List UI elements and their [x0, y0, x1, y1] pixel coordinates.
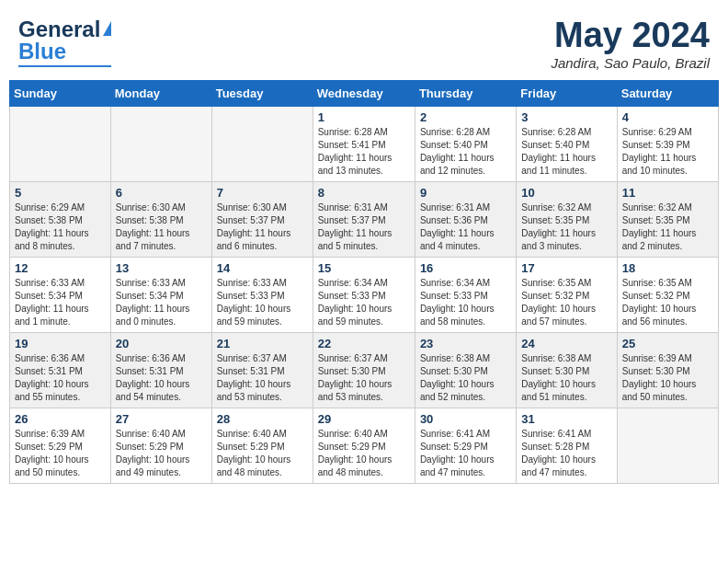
day-number: 31: [521, 412, 611, 426]
day-number: 15: [318, 261, 410, 275]
day-info: Sunrise: 6:40 AM Sunset: 5:29 PM Dayligh…: [318, 428, 410, 479]
day-info: Sunrise: 6:29 AM Sunset: 5:38 PM Dayligh…: [15, 201, 106, 253]
day-info: Sunrise: 6:32 AM Sunset: 5:35 PM Dayligh…: [622, 201, 713, 253]
day-info: Sunrise: 6:34 AM Sunset: 5:33 PM Dayligh…: [420, 277, 511, 328]
col-monday: Monday: [110, 80, 211, 106]
calendar-table: Sunday Monday Tuesday Wednesday Thursday…: [9, 80, 719, 484]
table-row: 4Sunrise: 6:29 AM Sunset: 5:39 PM Daylig…: [617, 106, 718, 181]
day-number: 16: [420, 261, 511, 275]
day-number: 29: [318, 412, 410, 426]
logo-underline: [18, 65, 111, 67]
table-row: 9Sunrise: 6:31 AM Sunset: 5:36 PM Daylig…: [415, 181, 516, 257]
day-info: Sunrise: 6:40 AM Sunset: 5:29 PM Dayligh…: [116, 428, 207, 479]
day-info: Sunrise: 6:40 AM Sunset: 5:29 PM Dayligh…: [217, 428, 308, 479]
table-row: 1Sunrise: 6:28 AM Sunset: 5:41 PM Daylig…: [313, 106, 415, 181]
day-number: 6: [116, 186, 207, 200]
day-number: 27: [116, 412, 207, 426]
day-info: Sunrise: 6:34 AM Sunset: 5:33 PM Dayligh…: [318, 277, 410, 328]
table-row: [211, 106, 313, 181]
day-number: 2: [420, 110, 511, 124]
day-number: 21: [217, 337, 308, 350]
logo: General Blue: [18, 17, 111, 67]
day-number: 1: [318, 110, 410, 124]
day-info: Sunrise: 6:38 AM Sunset: 5:30 PM Dayligh…: [420, 352, 511, 404]
calendar-week-row: 12Sunrise: 6:33 AM Sunset: 5:34 PM Dayli…: [10, 257, 719, 332]
day-number: 9: [420, 186, 511, 200]
day-number: 5: [15, 186, 106, 200]
day-info: Sunrise: 6:28 AM Sunset: 5:41 PM Dayligh…: [318, 126, 410, 178]
day-info: Sunrise: 6:39 AM Sunset: 5:29 PM Dayligh…: [15, 428, 106, 479]
day-number: 13: [116, 261, 207, 275]
day-info: Sunrise: 6:36 AM Sunset: 5:31 PM Dayligh…: [15, 352, 106, 404]
day-info: Sunrise: 6:28 AM Sunset: 5:40 PM Dayligh…: [521, 126, 611, 178]
table-row: 24Sunrise: 6:38 AM Sunset: 5:30 PM Dayli…: [517, 332, 617, 408]
col-saturday: Saturday: [617, 80, 718, 106]
calendar-header-row: Sunday Monday Tuesday Wednesday Thursday…: [10, 80, 719, 106]
table-row: 29Sunrise: 6:40 AM Sunset: 5:29 PM Dayli…: [313, 408, 415, 483]
day-number: 12: [15, 261, 106, 275]
day-number: 23: [420, 337, 511, 350]
logo-text-blue: Blue: [18, 39, 66, 64]
day-info: Sunrise: 6:37 AM Sunset: 5:30 PM Dayligh…: [318, 352, 410, 404]
title-area: May 2024 Jandira, Sao Paulo, Brazil: [551, 17, 710, 71]
day-number: 19: [15, 337, 106, 350]
table-row: 23Sunrise: 6:38 AM Sunset: 5:30 PM Dayli…: [415, 332, 516, 408]
day-info: Sunrise: 6:33 AM Sunset: 5:34 PM Dayligh…: [15, 277, 106, 328]
table-row: 11Sunrise: 6:32 AM Sunset: 5:35 PM Dayli…: [617, 181, 718, 257]
table-row: 2Sunrise: 6:28 AM Sunset: 5:40 PM Daylig…: [415, 106, 516, 181]
calendar-week-row: 19Sunrise: 6:36 AM Sunset: 5:31 PM Dayli…: [10, 332, 719, 408]
table-row: 19Sunrise: 6:36 AM Sunset: 5:31 PM Dayli…: [10, 332, 111, 408]
table-row: 20Sunrise: 6:36 AM Sunset: 5:31 PM Dayli…: [110, 332, 211, 408]
table-row: 17Sunrise: 6:35 AM Sunset: 5:32 PM Dayli…: [517, 257, 617, 332]
day-number: 4: [622, 110, 713, 124]
day-number: 17: [521, 261, 611, 275]
day-info: Sunrise: 6:30 AM Sunset: 5:37 PM Dayligh…: [217, 201, 308, 253]
table-row: 30Sunrise: 6:41 AM Sunset: 5:29 PM Dayli…: [415, 408, 516, 483]
table-row: 18Sunrise: 6:35 AM Sunset: 5:32 PM Dayli…: [617, 257, 718, 332]
col-wednesday: Wednesday: [313, 80, 415, 106]
day-info: Sunrise: 6:33 AM Sunset: 5:34 PM Dayligh…: [116, 277, 207, 328]
table-row: [10, 106, 111, 181]
calendar-week-row: 26Sunrise: 6:39 AM Sunset: 5:29 PM Dayli…: [10, 408, 719, 483]
day-number: 22: [318, 337, 410, 350]
day-info: Sunrise: 6:33 AM Sunset: 5:33 PM Dayligh…: [217, 277, 308, 328]
table-row: 7Sunrise: 6:30 AM Sunset: 5:37 PM Daylig…: [211, 181, 313, 257]
day-number: 25: [622, 337, 713, 350]
table-row: [617, 408, 718, 483]
month-title: May 2024: [551, 17, 710, 55]
day-info: Sunrise: 6:36 AM Sunset: 5:31 PM Dayligh…: [116, 352, 207, 404]
table-row: 21Sunrise: 6:37 AM Sunset: 5:31 PM Dayli…: [211, 332, 313, 408]
table-row: 3Sunrise: 6:28 AM Sunset: 5:40 PM Daylig…: [517, 106, 617, 181]
table-row: 14Sunrise: 6:33 AM Sunset: 5:33 PM Dayli…: [211, 257, 313, 332]
table-row: 6Sunrise: 6:30 AM Sunset: 5:38 PM Daylig…: [110, 181, 211, 257]
day-info: Sunrise: 6:37 AM Sunset: 5:31 PM Dayligh…: [217, 352, 308, 404]
day-info: Sunrise: 6:41 AM Sunset: 5:28 PM Dayligh…: [521, 428, 611, 479]
day-info: Sunrise: 6:29 AM Sunset: 5:39 PM Dayligh…: [622, 126, 713, 178]
day-info: Sunrise: 6:31 AM Sunset: 5:37 PM Dayligh…: [318, 201, 410, 253]
col-friday: Friday: [517, 80, 617, 106]
day-number: 11: [622, 186, 713, 200]
col-tuesday: Tuesday: [211, 80, 313, 106]
col-sunday: Sunday: [10, 80, 111, 106]
day-info: Sunrise: 6:30 AM Sunset: 5:38 PM Dayligh…: [116, 201, 207, 253]
logo-triangle-icon: [103, 21, 111, 36]
day-number: 20: [116, 337, 207, 350]
day-number: 10: [521, 186, 611, 200]
table-row: 12Sunrise: 6:33 AM Sunset: 5:34 PM Dayli…: [10, 257, 111, 332]
day-number: 18: [622, 261, 713, 275]
day-info: Sunrise: 6:39 AM Sunset: 5:30 PM Dayligh…: [622, 352, 713, 404]
table-row: 13Sunrise: 6:33 AM Sunset: 5:34 PM Dayli…: [110, 257, 211, 332]
day-number: 7: [217, 186, 308, 200]
table-row: 25Sunrise: 6:39 AM Sunset: 5:30 PM Dayli…: [617, 332, 718, 408]
day-number: 14: [217, 261, 308, 275]
col-thursday: Thursday: [415, 80, 516, 106]
table-row: 16Sunrise: 6:34 AM Sunset: 5:33 PM Dayli…: [415, 257, 516, 332]
table-row: 22Sunrise: 6:37 AM Sunset: 5:30 PM Dayli…: [313, 332, 415, 408]
day-number: 3: [521, 110, 611, 124]
day-number: 30: [420, 412, 511, 426]
table-row: 15Sunrise: 6:34 AM Sunset: 5:33 PM Dayli…: [313, 257, 415, 332]
day-info: Sunrise: 6:32 AM Sunset: 5:35 PM Dayligh…: [521, 201, 611, 253]
table-row: 31Sunrise: 6:41 AM Sunset: 5:28 PM Dayli…: [517, 408, 617, 483]
day-number: 8: [318, 186, 410, 200]
day-info: Sunrise: 6:31 AM Sunset: 5:36 PM Dayligh…: [420, 201, 511, 253]
